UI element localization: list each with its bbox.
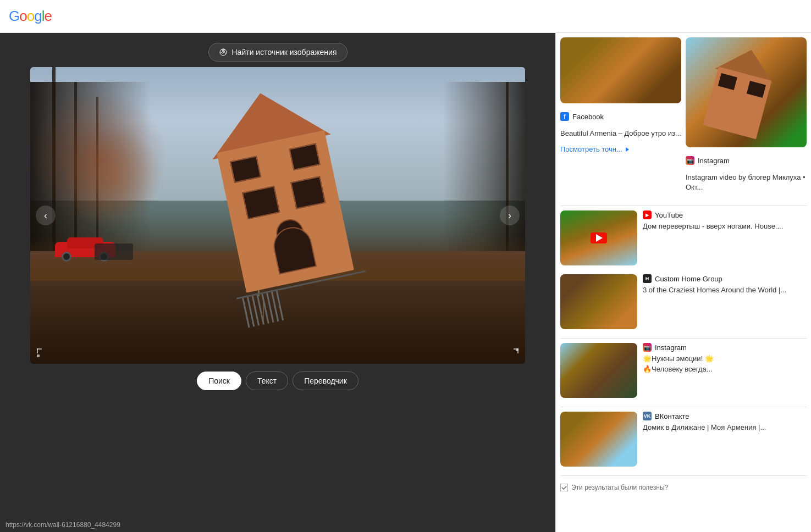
right-panel: f Facebook Beautiful Armenia – Доброе ут… [555, 33, 811, 532]
bottom-toolbar: Поиск Текст Переводчик [197, 372, 358, 390]
vk-info: VK ВКонтакте Домик в Дилижане | Моя Арме… [643, 412, 807, 433]
tab-search[interactable]: Поиск [197, 372, 241, 390]
instagram-top-icon: 📷 [686, 156, 694, 165]
result-card-instagram-top: 📷 Instagram Instagram video by блогер Ми… [686, 37, 807, 192]
tab-text[interactable]: Текст [246, 372, 288, 390]
source-line-vk: VK ВКонтакте [643, 412, 807, 420]
tab-translate[interactable]: Переводчик [293, 372, 358, 390]
next-image-button[interactable]: › [500, 206, 520, 225]
result-card-instagram-bottom: 📷 Instagram 🌟Нужны эмоции! 🌟🔥Человеку вс… [560, 343, 807, 398]
result-card-vk: VK ВКонтакте Домик в Дилижане | Моя Арме… [560, 412, 807, 467]
source-line-instagram-bottom: 📷 Instagram [643, 343, 807, 352]
svg-rect-6 [514, 348, 518, 350]
divider2 [560, 338, 807, 339]
right-col: 📷 Instagram Instagram video by блогер Ми… [686, 37, 807, 201]
see-more-text: Посмотреть точн... [560, 145, 622, 153]
divider3 [560, 407, 807, 407]
image-panel: Найти источник изображения [0, 33, 555, 532]
youtube-info: ▶ YouTube Дом перевертыш - вверх ногами.… [643, 210, 807, 231]
black-car [95, 243, 133, 260]
left-col: f Facebook Beautiful Armenia – Доброе ут… [560, 37, 681, 201]
source-line-instagram-top: 📷 Instagram [686, 156, 730, 165]
main-layout: Найти источник изображения [0, 33, 811, 532]
thumb-instagram-top [686, 37, 807, 147]
thumb-vk [560, 412, 637, 467]
helpful-results: Эти результаты были полезны? [560, 480, 807, 495]
source-name-vk: ВКонтакте [655, 412, 689, 420]
foliage2 [63, 126, 162, 230]
search-source-label: Найти источник изображения [232, 48, 337, 57]
instagram-bottom-info: 📷 Instagram 🌟Нужны эмоции! 🌟🔥Человеку вс… [643, 343, 807, 374]
source-line-custom-home: H Custom Home Group [643, 274, 807, 283]
thumb-custom-home [560, 274, 637, 329]
result-title-instagram-bottom: 🌟Нужны эмоции! 🌟🔥Человеку всегда... [643, 354, 807, 374]
thumb-facebook [560, 37, 681, 103]
instagram-bottom-icon: 📷 [643, 343, 652, 352]
prev-image-button[interactable]: ‹ [36, 206, 56, 225]
corner-icon-bottom-left [35, 346, 48, 359]
source-line-facebook: f Facebook [560, 112, 604, 121]
see-more-link[interactable]: Посмотреть точн... [560, 145, 630, 153]
svg-rect-1 [37, 354, 40, 357]
source-name-custom-home: Custom Home Group [655, 275, 722, 283]
google-logo: Google [9, 8, 52, 25]
svg-marker-7 [626, 147, 629, 152]
result-card-youtube: ▶ YouTube Дом перевертыш - вверх ногами.… [560, 210, 807, 265]
vk-icon: VK [643, 412, 652, 420]
result-card-facebook: f Facebook Beautiful Armenia – Доброе ут… [560, 37, 681, 153]
result-title-facebook: Beautiful Armenia – Доброе утро из... [560, 129, 681, 138]
divider4 [560, 475, 807, 476]
svg-rect-3 [37, 348, 42, 350]
source-name-youtube: YouTube [655, 211, 683, 219]
result-card-custom-home: H Custom Home Group 3 of the Craziest Ho… [560, 274, 807, 329]
helpful-label[interactable]: Эти результаты были полезны? [571, 484, 668, 491]
expand-icon[interactable] [507, 346, 521, 359]
thumb-youtube [560, 210, 637, 265]
result-title-instagram-top: Instagram video by блогер Миклуха • Окт.… [686, 173, 807, 192]
result-title-youtube: Дом перевертыш - вверх ногами. House.... [643, 221, 807, 231]
custom-home-icon: H [643, 274, 652, 283]
thumb-instagram-bottom [560, 343, 637, 398]
source-name-instagram-top: Instagram [698, 157, 730, 165]
youtube-icon: ▶ [643, 210, 652, 219]
helpful-icon [560, 484, 568, 491]
source-name-facebook: Facebook [572, 113, 604, 121]
custom-home-info: H Custom Home Group 3 of the Craziest Ho… [643, 274, 807, 295]
url-bar: https://vk.com/wall-61216880_4484299 [5, 521, 120, 529]
source-name-instagram-bottom: Instagram [655, 343, 687, 352]
main-image: ‹ › [30, 67, 525, 364]
top-bar: Google [0, 0, 811, 33]
divider1 [560, 206, 807, 206]
search-source-button[interactable]: Найти источник изображения [208, 43, 347, 62]
house-scene-image: ‹ › [30, 67, 525, 364]
result-title-vk: Домик в Дилижане | Моя Армения |... [643, 423, 807, 433]
svg-rect-8 [560, 484, 568, 491]
result-title-custom-home: 3 of the Craziest Homes Around the World… [643, 285, 807, 295]
facebook-icon: f [560, 112, 569, 121]
source-line-youtube: ▶ YouTube [643, 210, 807, 219]
top-two-col: f Facebook Beautiful Armenia – Доброе ут… [560, 37, 807, 201]
